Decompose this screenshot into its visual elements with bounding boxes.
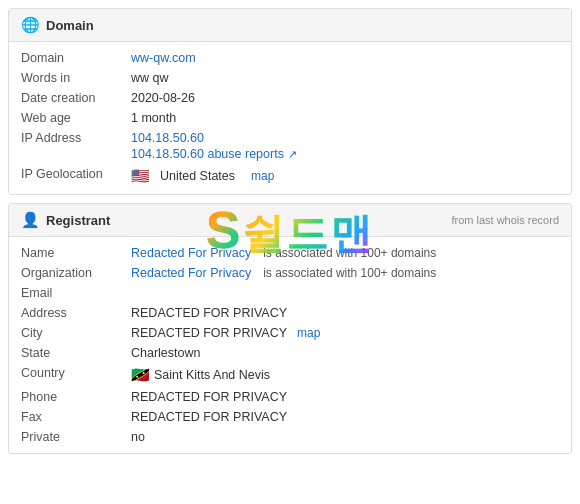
web-age-row: Web age 1 month [9,108,571,128]
registrant-fax-label: Fax [21,410,131,424]
domain-section-body: Domain ww-qw.com Words in ww qw Date cre… [9,42,571,194]
ip-address-value: 104.18.50.60 104.18.50.60 abuse reports … [131,131,559,161]
domain-section: 🌐 Domain Domain ww-qw.com Words in ww qw… [8,8,572,195]
registrant-state-value: Charlestown [131,346,559,360]
registrant-city-value: REDACTED FOR PRIVACY map [131,326,559,340]
domain-value: ww-qw.com [131,51,559,65]
registrant-name-label: Name [21,246,131,260]
domain-header-label: Domain [46,18,94,33]
registrant-section-header: 👤 Registrant from last whois record [9,204,571,237]
geolocation-map-link[interactable]: map [251,169,274,183]
ip-address-row: IP Address 104.18.50.60 104.18.50.60 abu… [9,128,571,164]
date-creation-value: 2020-08-26 [131,91,559,105]
globe-icon: 🌐 [21,16,40,34]
registrant-country-label: Country [21,366,131,380]
web-age-value: 1 month [131,111,559,125]
registrant-state-label: State [21,346,131,360]
us-flag-icon: 🇺🇸 [131,167,150,185]
registrant-fax-row: Fax REDACTED FOR PRIVACY [9,407,571,427]
name-redacted-link[interactable]: Redacted For Privacy [131,246,251,260]
ip-geolocation-value: 🇺🇸 United States map [131,167,559,185]
registrant-city-label: City [21,326,131,340]
words-in-label: Words in [21,71,131,85]
registrant-country-value: 🇰🇳 Saint Kitts And Nevis [131,366,559,384]
external-link-icon: ↗ [288,148,297,161]
domain-row: Domain ww-qw.com [9,48,571,68]
domain-link[interactable]: ww-qw.com [131,51,196,65]
registrant-org-label: Organization [21,266,131,280]
ip-link[interactable]: 104.18.50.60 [131,131,559,145]
registrant-phone-label: Phone [21,390,131,404]
from-whois-label: from last whois record [451,214,559,226]
ip-geolocation-label: IP Geolocation [21,167,131,181]
ip-address-label: IP Address [21,131,131,145]
registrant-address-value: REDACTED FOR PRIVACY [131,306,559,320]
date-creation-label: Date creation [21,91,131,105]
registrant-name-row: Name Redacted For Privacy is associated … [9,243,571,263]
registrant-city-row: City REDACTED FOR PRIVACY map [9,323,571,343]
registrant-phone-value: REDACTED FOR PRIVACY [131,390,559,404]
words-in-value: ww qw [131,71,559,85]
registrant-org-value: Redacted For Privacy is associated with … [131,266,559,280]
registrant-section: 👤 Registrant from last whois record Name… [8,203,572,454]
abuse-link[interactable]: 104.18.50.60 abuse reports [131,147,284,161]
kn-flag-icon: 🇰🇳 [131,366,150,384]
registrant-name-value: Redacted For Privacy is associated with … [131,246,559,260]
person-icon: 👤 [21,211,40,229]
words-in-row: Words in ww qw [9,68,571,88]
registrant-org-row: Organization Redacted For Privacy is ass… [9,263,571,283]
domain-section-header: 🌐 Domain [9,9,571,42]
registrant-fax-value: REDACTED FOR PRIVACY [131,410,559,424]
name-associated-text: is associated with 100+ domains [263,246,436,260]
registrant-country-row: Country 🇰🇳 Saint Kitts And Nevis [9,363,571,387]
registrant-address-label: Address [21,306,131,320]
registrant-section-body: Name Redacted For Privacy is associated … [9,237,571,453]
date-creation-row: Date creation 2020-08-26 [9,88,571,108]
registrant-address-row: Address REDACTED FOR PRIVACY [9,303,571,323]
org-redacted-link[interactable]: Redacted For Privacy [131,266,251,280]
registrant-private-row: Private no [9,427,571,447]
registrant-phone-row: Phone REDACTED FOR PRIVACY [9,387,571,407]
registrant-state-row: State Charlestown [9,343,571,363]
abuse-row: 104.18.50.60 abuse reports ↗ [131,147,559,161]
geolocation-country: United States [160,169,235,183]
registrant-email-row: Email [9,283,571,303]
org-associated-text: is associated with 100+ domains [263,266,436,280]
registrant-private-value: no [131,430,559,444]
city-map-link[interactable]: map [297,326,320,340]
registrant-header-label: Registrant [46,213,110,228]
registrant-email-label: Email [21,286,131,300]
ip-geolocation-row: IP Geolocation 🇺🇸 United States map [9,164,571,188]
registrant-private-label: Private [21,430,131,444]
domain-label: Domain [21,51,131,65]
web-age-label: Web age [21,111,131,125]
